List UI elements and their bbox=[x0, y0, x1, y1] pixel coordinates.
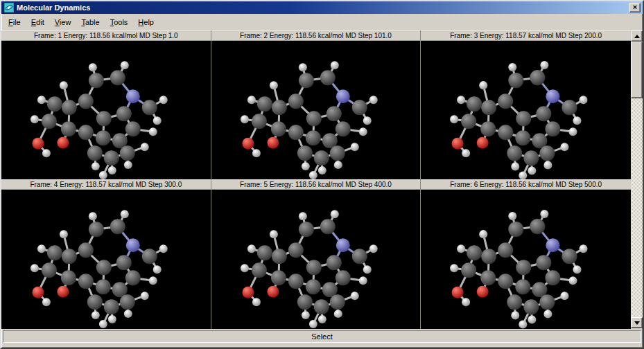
molecule-viewport[interactable] bbox=[421, 41, 631, 179]
close-button[interactable]: × bbox=[629, 3, 641, 12]
app-icon bbox=[4, 3, 14, 12]
arrow-up-icon bbox=[634, 35, 640, 38]
molecule-viewport[interactable] bbox=[1, 41, 211, 179]
status-text: Select bbox=[311, 332, 333, 341]
scrollbar-thumb[interactable] bbox=[631, 42, 643, 98]
frame-header: Frame: 3 Energy: 118.57 kcal/mol MD Step… bbox=[421, 30, 631, 41]
arrow-down-icon bbox=[634, 321, 640, 325]
frame-cell-6[interactable]: Frame: 6 Energy: 118.56 kcal/mol MD Step… bbox=[421, 179, 631, 328]
molecule-model bbox=[1, 190, 211, 328]
frame-cell-4[interactable]: Frame: 4 Energy: 118.57 kcal/mol MD Step… bbox=[1, 179, 211, 328]
molecule-model bbox=[1, 41, 211, 179]
frame-header: Frame: 4 Energy: 118.57 kcal/mol MD Step… bbox=[1, 179, 211, 190]
menu-file[interactable]: File bbox=[3, 16, 26, 28]
frames-grid: Frame: 1 Energy: 118.56 kcal/mol MD Step… bbox=[1, 30, 631, 328]
menu-edit[interactable]: Edit bbox=[26, 16, 50, 28]
molecule-viewport[interactable] bbox=[421, 190, 631, 328]
frame-cell-5[interactable]: Frame: 5 Energy: 118.56 kcal/mol MD Step… bbox=[211, 179, 421, 328]
scroll-up-button[interactable] bbox=[631, 30, 643, 42]
menu-view[interactable]: View bbox=[50, 16, 77, 28]
molecule-viewport[interactable] bbox=[211, 41, 421, 179]
molecule-viewport[interactable] bbox=[1, 190, 211, 328]
scrollbar-track[interactable] bbox=[631, 42, 643, 317]
status-bar: Select bbox=[1, 328, 643, 348]
frame-header: Frame: 5 Energy: 118.56 kcal/mol MD Step… bbox=[211, 179, 421, 190]
frame-header: Frame: 6 Energy: 118.56 kcal/mol MD Step… bbox=[421, 179, 631, 190]
scroll-down-button[interactable] bbox=[631, 317, 643, 328]
menu-table[interactable]: Table bbox=[76, 16, 105, 28]
menubar: File Edit View Table Tools Help bbox=[1, 14, 643, 30]
menu-help[interactable]: Help bbox=[133, 16, 159, 28]
frame-cell-3[interactable]: Frame: 3 Energy: 118.57 kcal/mol MD Step… bbox=[421, 30, 631, 179]
frame-header: Frame: 1 Energy: 118.56 kcal/mol MD Step… bbox=[1, 30, 211, 41]
molecule-viewport[interactable] bbox=[211, 190, 421, 328]
frame-cell-2[interactable]: Frame: 2 Energy: 118.56 kcal/mol MD Step… bbox=[211, 30, 421, 179]
molecule-model bbox=[211, 190, 421, 328]
molecule-model bbox=[421, 190, 631, 328]
close-icon: × bbox=[633, 3, 637, 11]
frame-cell-1[interactable]: Frame: 1 Energy: 118.56 kcal/mol MD Step… bbox=[1, 30, 211, 179]
frame-header: Frame: 2 Energy: 118.56 kcal/mol MD Step… bbox=[211, 30, 421, 41]
status-panel: Select bbox=[3, 330, 641, 343]
vertical-scrollbar[interactable] bbox=[631, 30, 643, 328]
frames-area: Frame: 1 Energy: 118.56 kcal/mol MD Step… bbox=[1, 30, 643, 328]
molecule-model bbox=[211, 41, 421, 179]
titlebar: Molecular Dynamics × bbox=[1, 1, 643, 14]
window-title: Molecular Dynamics bbox=[17, 3, 627, 12]
app-window: Molecular Dynamics × File Edit View Tabl… bbox=[0, 0, 644, 349]
menu-tools[interactable]: Tools bbox=[105, 16, 134, 28]
molecule-model bbox=[421, 41, 631, 179]
